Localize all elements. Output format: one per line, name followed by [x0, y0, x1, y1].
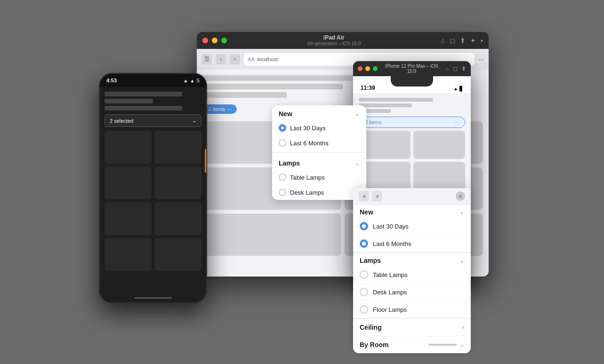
iphone-sk-2 [359, 103, 412, 107]
iphone-notch [391, 76, 433, 87]
wifi-icon: ▲ [184, 78, 188, 83]
iphone-close-dot[interactable] [358, 66, 362, 71]
iphone-radio-desklamps[interactable] [360, 288, 368, 296]
iphone-label-floorlamps: Floor Lamps [373, 306, 407, 313]
dropdown-item-desklamps[interactable]: Desk Lamps [272, 185, 366, 200]
dropdown-new-chevron[interactable]: ⌄ [355, 111, 360, 117]
label-desklamps: Desk Lamps [290, 189, 324, 196]
iphone-sk-grid [359, 131, 465, 190]
iphone-window-title: iPhone 12 Pro Max – iOS 15.0 [380, 63, 443, 74]
iphone-dd-byroom-chevron[interactable]: ⌄ [459, 341, 464, 348]
iphone-minimize-dot[interactable] [365, 66, 370, 71]
ipad-dropdown-popup: New ⌄ Last 30 Days Last 6 Months Lamps ⌄… [272, 105, 366, 200]
dropdown-item-last6months[interactable]: Last 6 Months [272, 135, 366, 150]
iphone-radio-floorlamps[interactable] [360, 305, 368, 314]
iphone-grid-cell-3 [359, 162, 411, 190]
forward-button[interactable]: › [230, 54, 240, 64]
radio-tablelamps[interactable] [279, 174, 286, 181]
camera-icon[interactable]: ◻ [450, 37, 455, 44]
iphone-maximize-dot[interactable] [373, 66, 378, 71]
iphone-grid-cell-4 [413, 162, 465, 190]
dropdown-lamps-title: Lamps [279, 159, 300, 167]
android-cell-1 [105, 131, 152, 164]
iphone-dd-controls: ∧ ∨ ✕ [353, 188, 471, 205]
iphone-dd-byroom-right: ⌄ [428, 341, 464, 348]
iphone-dd-floorlamps[interactable]: Floor Lamps [353, 301, 471, 318]
iphone-items-pill[interactable]: 3 items ··· [359, 117, 465, 128]
more-button[interactable]: ··· [478, 55, 484, 63]
iphone-items-more: ··· [455, 119, 459, 125]
android-sk-3 [105, 106, 182, 111]
iphone-dd-byroom-row[interactable]: By Room ⌄ [353, 336, 471, 353]
iphone-radio-tablelamps[interactable] [360, 270, 368, 279]
iphone-dd-last6months[interactable]: Last 6 Months [353, 235, 471, 253]
dropdown-item-tablelamps[interactable]: Table Lamps [272, 170, 366, 185]
window-subtitle: 4th generation – iOS 16.0 [307, 41, 361, 46]
iphone-sk-1 [359, 98, 433, 102]
share-icon[interactable]: ⬆ [460, 37, 466, 44]
back-button[interactable]: ‹ [216, 54, 226, 64]
android-status-bar: 4:53 ▲ ▲ S [100, 74, 206, 87]
android-select-chevron: ⌄ [192, 118, 196, 124]
items-pill[interactable]: 2 Items ··· [202, 104, 237, 114]
iphone-dd-up-arrow[interactable]: ∧ [359, 191, 369, 201]
iphone-dd-lamps-chevron[interactable]: ⌄ [459, 257, 464, 264]
android-cell-2 [154, 131, 201, 164]
iphone-dd-ceiling-row[interactable]: Ceiling › [353, 319, 471, 336]
iphone-dd-close[interactable]: ✕ [456, 191, 465, 201]
items-count: 2 Items [208, 106, 225, 112]
android-cell-3 [105, 166, 152, 199]
iphone-sk-header [359, 98, 465, 113]
android-cell-5 [105, 202, 152, 235]
iphone-label-desklamps: Desk Lamps [373, 289, 407, 296]
dropdown-lamps-header: Lamps ⌄ [272, 155, 366, 170]
iphone-dd-desklamps[interactable]: Desk Lamps [353, 284, 471, 301]
maximize-dot[interactable] [221, 38, 227, 43]
grid-cell-5 [202, 214, 341, 256]
android-cell-6 [154, 202, 201, 235]
android-status-icons: ▲ ▲ S [184, 78, 200, 83]
iphone-share-icon[interactable]: ⬆ [461, 65, 466, 72]
close-dot[interactable] [202, 38, 208, 43]
iphone-home-icon[interactable]: ⌂ [446, 65, 449, 72]
iphone-dd-down-arrow[interactable]: ∨ [372, 191, 382, 201]
iphone-dd-last30[interactable]: Last 30 Days [353, 218, 471, 235]
iphone-dd-ceiling-chevron[interactable]: › [462, 324, 464, 331]
iphone-screenshot-icon[interactable]: ◻ [453, 65, 458, 72]
dropdown-lamps-chevron[interactable]: ⌄ [355, 160, 360, 166]
android-grid [105, 131, 201, 271]
android-phone: 4:53 ▲ ▲ S 2 selected ⌄ [99, 73, 207, 303]
home-icon[interactable]: ⌂ [441, 37, 445, 44]
iphone-grid-cell-2 [413, 131, 465, 159]
label-last6months: Last 6 Months [290, 140, 329, 147]
label-tablelamps: Table Lamps [290, 174, 325, 181]
radio-last30[interactable] [279, 124, 286, 132]
items-pill-dots: ··· [227, 106, 231, 112]
iphone-dd-lamps-title: Lamps [360, 257, 381, 264]
radio-desklamps[interactable] [279, 189, 286, 196]
window-title-info: iPad Air 4th generation – iOS 16.0 [231, 34, 437, 46]
android-select[interactable]: 2 selected ⌄ [105, 114, 201, 127]
iphone-dd-new-title: New [360, 208, 373, 216]
dropdown-divider-1 [272, 152, 366, 153]
sidebar-toggle[interactable]: ☰ [201, 54, 212, 64]
by-room-bar [428, 344, 457, 346]
signal-icon: ▲ [190, 78, 194, 83]
iphone-dd-lamps-section: Lamps ⌄ [353, 253, 471, 266]
iphone-dd-new-chevron[interactable]: ⌄ [459, 209, 464, 215]
mac-toolbar-icons: ⌂ ◻ ⬆ ✦ ▪ [441, 37, 483, 44]
android-home-indicator[interactable] [134, 297, 172, 299]
dropdown-new-title: New [279, 110, 292, 118]
iphone-radio-last6months[interactable] [360, 239, 368, 248]
iphone-dd-tablelamps[interactable]: Table Lamps [353, 266, 471, 284]
android-cell-7 [105, 238, 152, 271]
settings-icon[interactable]: ✦ [470, 37, 476, 44]
radio-last6months[interactable] [279, 139, 286, 147]
iphone-radio-last30[interactable] [360, 222, 368, 230]
display-icon[interactable]: ▪ [481, 37, 483, 44]
dropdown-item-last30[interactable]: Last 30 Days [272, 120, 366, 135]
android-cell-4 [154, 166, 201, 199]
minimize-dot[interactable] [212, 38, 217, 43]
android-sk-2 [105, 99, 153, 103]
android-content: 2 selected ⌄ [100, 87, 206, 302]
